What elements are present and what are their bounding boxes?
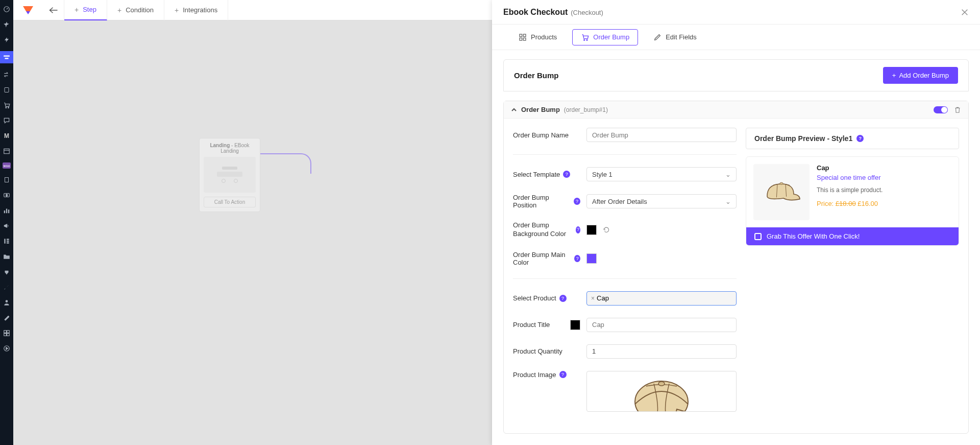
product-image-preview[interactable]	[586, 371, 737, 412]
panel-header: Ebook Checkout (Checkout)	[492, 0, 980, 25]
rail-dollar-icon[interactable]: $	[3, 191, 11, 199]
svg-point-31	[584, 39, 585, 40]
section-title: Order Bump	[514, 71, 559, 80]
tab-integrations[interactable]: + Integrations	[164, 0, 228, 20]
svg-rect-15	[7, 239, 9, 240]
qty-label: Product Quantity	[513, 347, 580, 355]
add-order-bump-button[interactable]: + Add Order Bump	[883, 67, 958, 84]
card-header[interactable]: Order Bump (order_bump#1)	[504, 101, 968, 119]
back-button[interactable]	[43, 0, 64, 20]
template-select[interactable]: Style 1 ⌄	[586, 167, 737, 181]
help-icon[interactable]: ?	[559, 371, 567, 378]
card-title: Order Bump	[521, 106, 560, 113]
rail-window-icon[interactable]	[3, 147, 11, 155]
preview-card: Cap Special one time offer This is a sim…	[746, 156, 959, 246]
rail-folder-icon[interactable]	[3, 252, 11, 261]
rail-megaphone-icon[interactable]	[3, 222, 11, 230]
svg-rect-27	[520, 34, 522, 37]
name-input[interactable]	[586, 128, 737, 142]
svg-rect-19	[4, 331, 7, 333]
rail-grid-icon[interactable]	[3, 329, 11, 337]
svg-marker-25	[23, 6, 33, 11]
rail-plug-icon[interactable]	[3, 268, 11, 276]
preview-title: Cap	[817, 164, 951, 172]
enable-toggle[interactable]	[934, 106, 948, 113]
panel-title: Ebook Checkout (Checkout)	[503, 8, 603, 17]
svg-rect-6	[4, 149, 10, 153]
qty-input[interactable]	[586, 344, 737, 359]
remove-tag-icon[interactable]: ×	[591, 295, 595, 302]
help-icon[interactable]: ?	[856, 135, 864, 142]
tab-integrations-label: Integrations	[183, 6, 217, 14]
help-icon[interactable]: ?	[559, 295, 567, 302]
rail-user-icon[interactable]	[3, 298, 11, 307]
position-select[interactable]: After Order Details ⌄	[586, 194, 737, 208]
rail-book-icon[interactable]	[3, 86, 11, 94]
svg-rect-12	[6, 209, 7, 214]
preview-heading: Order Bump Preview - Style1 ?	[746, 128, 959, 149]
rail-exchange-icon[interactable]	[3, 71, 11, 79]
admin-left-rail: M woo $	[0, 0, 13, 445]
help-icon[interactable]: ?	[574, 255, 580, 262]
svg-rect-21	[4, 334, 7, 336]
reset-icon[interactable]	[603, 226, 610, 233]
preview-offer: Special one time offer	[817, 174, 951, 181]
tab-step[interactable]: + Step	[64, 0, 107, 20]
svg-rect-2	[5, 58, 9, 59]
svg-point-4	[6, 107, 7, 108]
preview-desc: This is a simple product.	[817, 186, 951, 194]
preview-cta[interactable]: Grab This Offer With One Click!	[746, 227, 959, 245]
rail-bolt-icon[interactable]	[3, 36, 11, 44]
svg-rect-17	[7, 242, 9, 243]
rail-stats-icon[interactable]	[3, 206, 11, 215]
help-icon[interactable]: ?	[563, 171, 570, 178]
svg-rect-22	[7, 334, 10, 336]
product-select[interactable]: × Cap	[586, 291, 737, 306]
rail-brush-icon[interactable]	[3, 283, 11, 291]
subtab-products[interactable]: Products	[510, 29, 565, 45]
rail-cart-icon[interactable]	[3, 101, 11, 109]
bg-color-label: Order Bump Background Color ?	[513, 221, 580, 239]
rail-woo-icon[interactable]: woo	[3, 162, 11, 169]
rail-page-icon[interactable]	[3, 176, 11, 184]
tab-step-label: Step	[83, 6, 96, 13]
close-button[interactable]	[961, 8, 969, 16]
plus-icon: +	[75, 6, 79, 14]
position-label: Order Bump Position ?	[513, 194, 580, 209]
section-header: Order Bump + Add Order Bump	[503, 59, 969, 91]
bg-color-swatch[interactable]	[586, 225, 597, 235]
checkout-settings-panel: Ebook Checkout (Checkout) Products Order…	[492, 0, 980, 445]
ptitle-color-swatch[interactable]	[570, 320, 580, 330]
ptitle-input[interactable]	[586, 318, 737, 332]
svg-rect-1	[4, 56, 10, 57]
order-bump-card: Order Bump (order_bump#1) Order Bump Nam…	[503, 101, 969, 434]
panel-body: Order Bump + Add Order Bump Order Bump (…	[492, 50, 980, 445]
subtab-order-bump[interactable]: Order Bump	[572, 29, 638, 45]
tab-condition[interactable]: + Condition	[107, 0, 164, 20]
rail-pin-icon[interactable]	[3, 20, 11, 29]
preview-price: Price: £18.00 £16.00	[817, 200, 951, 207]
preview-column: Order Bump Preview - Style1 ?	[746, 128, 959, 424]
rail-circle-icon[interactable]	[3, 344, 11, 353]
svg-rect-30	[523, 38, 526, 40]
rail-m-icon[interactable]: M	[3, 132, 11, 140]
rail-wrench-icon[interactable]	[3, 314, 11, 322]
rail-dashboard-icon[interactable]	[3, 5, 11, 13]
svg-rect-3	[5, 88, 9, 92]
help-icon[interactable]: ?	[574, 198, 580, 205]
svg-point-34	[658, 382, 665, 386]
svg-marker-24	[6, 347, 8, 350]
rail-comment-icon[interactable]	[3, 116, 11, 125]
rail-funnel-icon[interactable]	[0, 51, 13, 63]
delete-button[interactable]	[954, 106, 961, 113]
panel-subtabs: Products Order Bump Edit Fields	[492, 25, 980, 50]
main-color-swatch[interactable]	[586, 253, 597, 264]
svg-rect-20	[7, 331, 10, 333]
template-label: Select Template ?	[513, 171, 580, 178]
subtab-edit-fields[interactable]: Edit Fields	[645, 29, 705, 45]
svg-rect-13	[8, 209, 9, 213]
help-icon[interactable]: ?	[576, 226, 580, 233]
app-logo[interactable]	[13, 0, 43, 20]
svg-rect-29	[520, 38, 522, 40]
rail-elementor-icon[interactable]	[3, 237, 11, 245]
